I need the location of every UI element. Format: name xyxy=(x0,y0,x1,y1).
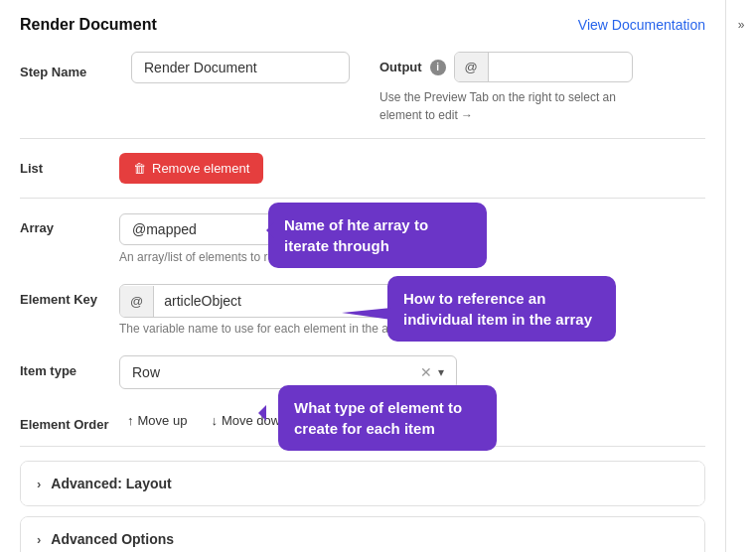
output-value xyxy=(489,61,632,74)
move-up-button[interactable]: ↑ Move up xyxy=(119,409,195,432)
advanced-layout-section: › Advanced: Layout xyxy=(20,461,705,506)
page-title: Render Document xyxy=(20,16,157,34)
layout-accordion-label: Advanced: Layout xyxy=(51,476,171,491)
divider-1 xyxy=(20,138,705,139)
advanced-options-section: › Advanced Options xyxy=(20,516,705,552)
remove-element-button[interactable]: 🗑 Remove element xyxy=(119,153,263,184)
array-label: Array xyxy=(20,212,119,235)
output-label: Output xyxy=(379,60,422,74)
list-label: List xyxy=(20,161,119,176)
advanced-options-header[interactable]: › Advanced Options xyxy=(21,517,704,552)
sidebar-chevron[interactable]: » xyxy=(726,0,756,552)
sidebar-chevron-icon: » xyxy=(738,18,745,32)
item-type-value: Row xyxy=(132,364,420,380)
move-up-label: Move up xyxy=(138,413,188,428)
main-panel: Render Document View Documentation Step … xyxy=(0,0,726,552)
element-key-tooltip: How to reference an individual item in t… xyxy=(387,276,616,342)
preview-hint: Use the Preview Tab on the right to sele… xyxy=(379,88,618,124)
element-order-label: Element Order xyxy=(20,409,119,432)
layout-chevron-icon: › xyxy=(37,477,41,491)
item-type-clear-button[interactable]: ✕ xyxy=(420,364,432,380)
trash-icon: 🗑 xyxy=(133,161,146,176)
element-key-label: Element Key xyxy=(20,284,119,307)
step-name-label: Step Name xyxy=(20,57,119,79)
list-row: List 🗑 Remove element xyxy=(20,153,705,184)
remove-element-label: Remove element xyxy=(152,161,249,176)
options-chevron-icon: › xyxy=(37,532,41,547)
element-key-row: Element Key @ The variable name to use f… xyxy=(20,284,705,336)
item-type-chevron-icon[interactable]: ▾ xyxy=(438,365,444,379)
array-row: Array @ ▾ An array/list of elements to r… xyxy=(20,212,705,264)
view-docs-link[interactable]: View Documentation xyxy=(578,17,705,33)
step-name-row: Step Name Output i @ Use the Preview Tab… xyxy=(20,52,705,124)
output-at-symbol: @ xyxy=(455,53,489,81)
item-type-tooltip: What type of element to create for each … xyxy=(278,385,497,451)
item-type-form-content: Row ✕ ▾ xyxy=(119,355,705,389)
svg-marker-0 xyxy=(342,308,391,320)
divider-2 xyxy=(20,198,705,199)
advanced-layout-header[interactable]: › Advanced: Layout xyxy=(21,462,704,505)
step-name-input[interactable] xyxy=(131,52,350,83)
output-info-icon[interactable]: i xyxy=(430,60,446,75)
output-input-wrap: @ xyxy=(454,52,633,82)
item-type-select[interactable]: Row ✕ ▾ xyxy=(119,355,457,389)
options-accordion-label: Advanced Options xyxy=(51,531,174,547)
header: Render Document View Documentation xyxy=(20,16,705,34)
output-section: Output i @ Use the Preview Tab on the ri… xyxy=(379,52,633,124)
element-key-at: @ xyxy=(120,286,154,317)
item-type-row: Item type Row ✕ ▾ What type of element t… xyxy=(20,355,705,389)
down-arrow-icon: ↓ xyxy=(211,413,218,428)
array-tooltip: Name of hte array to iterate through xyxy=(268,203,487,268)
tooltip-key-arrow-icon xyxy=(342,298,391,328)
up-arrow-icon: ↑ xyxy=(127,413,134,428)
item-type-label: Item type xyxy=(20,355,119,378)
